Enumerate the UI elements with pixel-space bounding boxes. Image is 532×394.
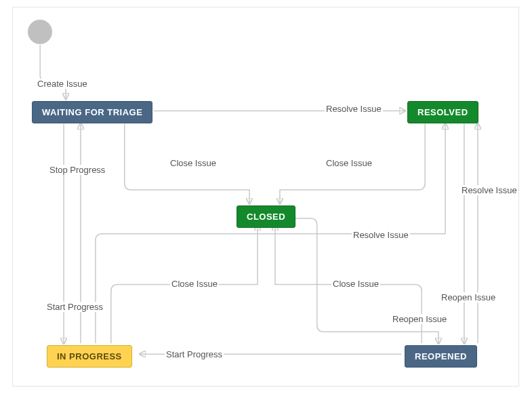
edge-start-progress: Start Progress [45, 302, 104, 312]
workflow-diagram: WAITING FOR TRIAGE RESOLVED CLOSED IN PR… [0, 0, 532, 394]
edge-close-issue-3: Close Issue [170, 279, 219, 289]
edge-close-issue-4: Close Issue [331, 279, 380, 289]
edges-layer [13, 7, 518, 386]
state-in-progress: IN PROGRESS [47, 345, 132, 368]
diagram-frame: WAITING FOR TRIAGE RESOLVED CLOSED IN PR… [12, 7, 519, 387]
edge-create-issue: Create Issue [36, 79, 89, 89]
edge-close-issue-2: Close Issue [325, 158, 373, 168]
edge-reopen-issue-1: Reopen Issue [440, 292, 497, 302]
state-resolved: RESOLVED [407, 101, 478, 123]
edge-close-issue-1: Close Issue [169, 158, 218, 168]
edge-reopen-issue-2: Reopen Issue [391, 314, 448, 324]
edge-resolve-issue-2: Resolve Issue [460, 185, 518, 195]
edge-start-progress-2: Start Progress [165, 349, 224, 359]
state-waiting-for-triage: WAITING FOR TRIAGE [32, 101, 152, 123]
edge-resolve-issue-1: Resolve Issue [325, 104, 383, 114]
state-reopened: REOPENED [405, 345, 477, 368]
edge-resolve-issue-3: Resolve Issue [352, 230, 410, 240]
start-node [28, 20, 52, 44]
edge-stop-progress: Stop Progress [48, 165, 106, 175]
state-closed: CLOSED [237, 205, 295, 228]
